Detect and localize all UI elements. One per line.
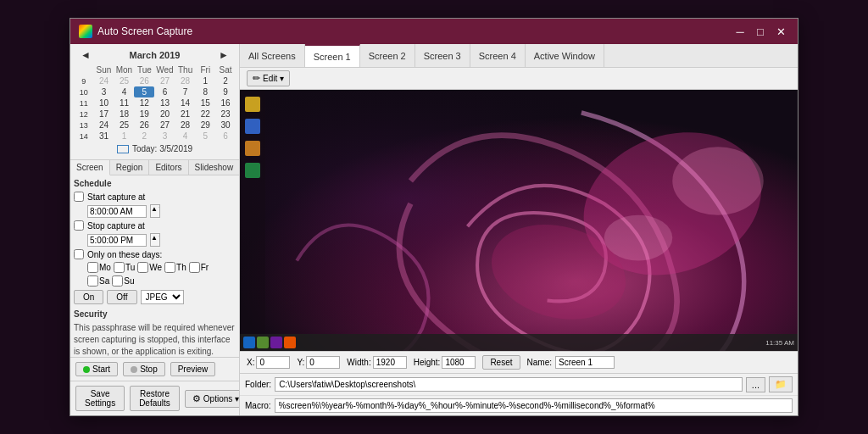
cal-day[interactable]: 30 <box>215 120 236 131</box>
tab-screen4[interactable]: Screen 4 <box>470 44 526 67</box>
taskbar-icon-4[interactable] <box>284 337 296 348</box>
format-select[interactable]: JPEG PNG BMP <box>141 290 184 304</box>
cal-day[interactable]: 21 <box>175 108 196 120</box>
name-input[interactable] <box>555 356 615 369</box>
taskbar-icon-2[interactable] <box>257 337 269 348</box>
preview-button[interactable]: Preview <box>170 362 216 376</box>
start-time-input[interactable] <box>87 205 147 218</box>
tab-region[interactable]: Region <box>110 160 150 175</box>
cal-day[interactable]: 25 <box>114 120 134 131</box>
day-we-checkbox[interactable] <box>137 262 148 273</box>
cal-day[interactable]: 5 <box>134 86 154 97</box>
stop-button[interactable]: Stop <box>123 362 165 376</box>
sidebar-icon-1[interactable] <box>245 97 260 112</box>
open-folder-button[interactable]: 📁 <box>769 376 793 392</box>
height-input[interactable] <box>442 356 476 369</box>
folder-input[interactable] <box>275 377 743 392</box>
sidebar-icon-4[interactable] <box>245 163 260 178</box>
only-days-checkbox[interactable] <box>74 249 84 259</box>
taskbar-icon-3[interactable] <box>270 337 282 348</box>
cal-day[interactable]: 6 <box>215 131 236 142</box>
cal-day[interactable]: 23 <box>215 108 236 120</box>
cal-day[interactable]: 16 <box>215 97 236 108</box>
cal-day[interactable]: 29 <box>196 120 216 131</box>
reset-button[interactable]: Reset <box>482 355 520 370</box>
cal-day[interactable]: 26 <box>134 75 154 86</box>
cal-day[interactable]: 14 <box>175 97 196 108</box>
cal-day[interactable]: 26 <box>134 120 154 131</box>
restore-defaults-button[interactable]: Restore Defaults <box>130 386 180 411</box>
cal-day[interactable]: 7 <box>175 86 196 97</box>
cal-day[interactable]: 15 <box>196 97 216 108</box>
macro-input[interactable] <box>275 398 793 413</box>
options-button[interactable]: ⚙ Options ▾ <box>185 390 240 408</box>
cal-day[interactable]: 17 <box>94 108 114 120</box>
day-sa-checkbox[interactable] <box>87 275 98 287</box>
taskbar-icon-1[interactable] <box>243 337 255 348</box>
tab-editors[interactable]: Editors <box>149 160 188 175</box>
cal-day[interactable]: 1 <box>196 75 216 86</box>
tab-slideshow[interactable]: Slideshow <box>189 160 240 175</box>
cal-day[interactable]: 3 <box>154 131 175 142</box>
cal-day[interactable]: 25 <box>114 75 134 86</box>
cal-day[interactable]: 31 <box>94 131 114 142</box>
cal-day[interactable]: 28 <box>175 75 196 86</box>
cal-day[interactable]: 2 <box>134 131 154 142</box>
cal-day[interactable]: 1 <box>114 131 134 142</box>
minimize-button[interactable]: ─ <box>732 23 748 40</box>
cal-day[interactable]: 9 <box>215 86 236 97</box>
cal-day[interactable]: 3 <box>94 86 114 97</box>
tab-all-screens[interactable]: All Screens <box>240 44 305 67</box>
day-mo-checkbox[interactable] <box>87 262 98 273</box>
x-input[interactable] <box>256 356 290 369</box>
cal-day[interactable]: 24 <box>94 120 114 131</box>
start-time-spinner[interactable]: ▲▼ <box>150 204 160 218</box>
cal-day[interactable]: 27 <box>154 120 175 131</box>
stop-time-spinner[interactable]: ▲▼ <box>150 233 160 247</box>
cal-day[interactable]: 18 <box>114 108 134 120</box>
cal-day[interactable]: 13 <box>154 97 175 108</box>
cal-day[interactable]: 27 <box>154 75 175 86</box>
y-input[interactable] <box>306 356 340 369</box>
cal-day[interactable]: 24 <box>94 75 114 86</box>
width-input[interactable] <box>373 356 407 369</box>
cal-day[interactable]: 10 <box>94 97 114 108</box>
cal-day[interactable]: 11 <box>114 97 134 108</box>
tab-screen1[interactable]: Screen 1 <box>305 44 360 67</box>
day-su-checkbox[interactable] <box>112 275 123 287</box>
day-fr-checkbox[interactable] <box>189 262 200 273</box>
stop-time-input[interactable] <box>87 234 147 247</box>
cal-day[interactable]: 19 <box>134 108 154 120</box>
cal-day[interactable]: 4 <box>175 131 196 142</box>
off-button[interactable]: Off <box>107 290 136 304</box>
close-button[interactable]: ✕ <box>772 23 789 40</box>
tab-screen[interactable]: Screen <box>70 160 110 175</box>
cal-day[interactable]: 22 <box>196 108 216 120</box>
sidebar-icon-3[interactable] <box>245 141 260 156</box>
day-tu-checkbox[interactable] <box>114 262 125 273</box>
maximize-button[interactable]: □ <box>752 23 769 40</box>
edit-button[interactable]: ✏ Edit ▾ <box>247 70 290 86</box>
stop-capture-checkbox[interactable] <box>74 220 84 231</box>
cal-day[interactable]: 8 <box>196 86 216 97</box>
tab-active-window[interactable]: Active Window <box>526 44 604 67</box>
cal-day[interactable]: 28 <box>175 120 196 131</box>
browse-folder-button[interactable]: ... <box>746 377 765 392</box>
start-capture-checkbox[interactable] <box>74 192 84 202</box>
day-th-checkbox[interactable] <box>164 262 175 273</box>
tab-screen2[interactable]: Screen 2 <box>360 44 415 67</box>
calendar-prev-button[interactable]: ◄ <box>77 49 94 61</box>
calendar-next-button[interactable]: ► <box>215 49 232 61</box>
tab-screen3[interactable]: Screen 3 <box>415 44 470 67</box>
cal-day[interactable]: 2 <box>215 75 236 86</box>
sidebar-icon-2[interactable] <box>245 119 260 134</box>
cal-day[interactable]: 5 <box>196 131 216 142</box>
start-button[interactable]: Start <box>75 362 118 376</box>
on-button[interactable]: On <box>74 290 103 304</box>
cal-day[interactable]: 4 <box>114 86 134 97</box>
svg-point-3 <box>564 108 782 299</box>
cal-day[interactable]: 20 <box>154 108 175 120</box>
cal-day[interactable]: 6 <box>154 86 175 97</box>
save-settings-button[interactable]: Save Settings <box>75 386 125 411</box>
cal-day[interactable]: 12 <box>134 97 154 108</box>
